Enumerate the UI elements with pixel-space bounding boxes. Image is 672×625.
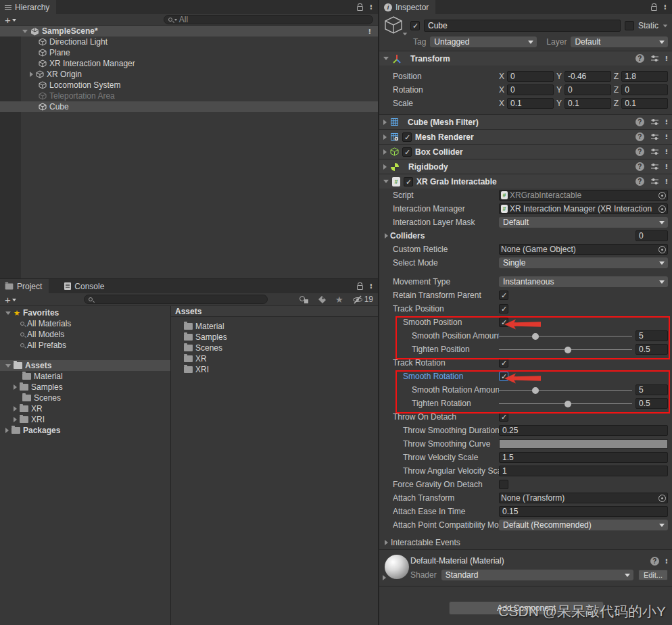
gameobject-icon[interactable] <box>383 15 406 37</box>
attach-transform-object-field[interactable]: None (Transform) <box>499 493 668 503</box>
foldout-closed-icon[interactable] <box>385 540 388 545</box>
foldout-open-icon[interactable] <box>5 311 11 315</box>
tree-folder-material[interactable]: Material <box>0 371 170 382</box>
preset-icon[interactable] <box>650 133 659 141</box>
kebab-menu-icon[interactable]: ⁝ <box>665 133 668 141</box>
static-caret-icon[interactable] <box>663 24 667 27</box>
search-by-type-icon[interactable] <box>299 295 309 304</box>
kebab-menu-icon[interactable]: ⁝ <box>664 3 667 11</box>
static-checkbox[interactable] <box>625 21 634 30</box>
smooth-rotation-checkbox[interactable] <box>499 372 508 381</box>
object-picker-icon[interactable] <box>658 495 666 502</box>
favorites-item-all-materials[interactable]: All Materials <box>0 318 170 329</box>
tighten-rotation-field[interactable]: 0.5 <box>635 398 668 409</box>
tighten-position-slider[interactable] <box>499 344 632 355</box>
track-rotation-checkbox[interactable] <box>499 358 508 368</box>
tab-console[interactable]: Console <box>59 279 111 293</box>
create-asset-button[interactable]: + <box>5 295 16 305</box>
smooth-position-amount-field[interactable]: 5 <box>635 330 668 341</box>
favorites-item-all-prefabs[interactable]: All Prefabs <box>0 340 170 351</box>
component-header-box-collider[interactable]: Box Collider ?⁝ <box>379 144 672 159</box>
transform-header[interactable]: Transform ? ⁝ <box>379 51 672 66</box>
throw-smoothing-curve-field[interactable] <box>499 439 668 449</box>
component-header-rigidbody[interactable]: Rigidbody ?⁝ <box>379 159 672 174</box>
foldout-closed-icon[interactable] <box>5 428 9 433</box>
foldout-closed-icon[interactable] <box>383 149 387 155</box>
asset-item-scenes[interactable]: Scenes <box>171 343 378 353</box>
help-icon[interactable]: ? <box>650 557 659 566</box>
tighten-position-field[interactable]: 0.5 <box>635 344 668 355</box>
kebab-menu-icon[interactable]: ⁝ <box>665 557 668 565</box>
position-y-field[interactable]: -0.46 <box>565 71 611 82</box>
object-picker-icon[interactable] <box>658 246 666 253</box>
throw-on-detach-checkbox[interactable] <box>499 412 508 422</box>
scale-y-field[interactable]: 0.1 <box>565 98 611 109</box>
attach-ease-in-time-field[interactable]: 0.15 <box>499 506 668 517</box>
icon-picker-caret[interactable] <box>403 32 407 35</box>
throw-smoothing-duration-field[interactable]: 0.25 <box>499 425 668 436</box>
favorites-item-all-models[interactable]: All Models <box>0 329 170 340</box>
smooth-rotation-amount-slider[interactable] <box>499 384 632 395</box>
shader-edit-button[interactable]: Edit... <box>638 570 668 580</box>
foldout-closed-icon[interactable] <box>383 120 387 125</box>
throw-angular-velocity-scale-field[interactable]: 1 <box>499 466 668 476</box>
preset-icon[interactable] <box>650 178 659 185</box>
foldout-open-icon[interactable] <box>383 180 389 183</box>
asset-item-xri[interactable]: XRI <box>171 364 378 375</box>
gameobject-name-field[interactable]: Cube <box>424 20 621 32</box>
attach-point-compatibility-dropdown[interactable]: Default (Recommended) <box>499 520 668 530</box>
rotation-y-field[interactable]: 0 <box>565 84 611 95</box>
rotation-z-field[interactable]: 0 <box>621 84 668 95</box>
interactable-events-row[interactable]: Interactable Events <box>379 536 672 549</box>
kebab-menu-icon[interactable]: ⁝ <box>665 118 668 126</box>
component-header-mesh-renderer[interactable]: Mesh Renderer ?⁝ <box>379 129 672 144</box>
preset-icon[interactable] <box>650 163 659 170</box>
track-position-checkbox[interactable] <box>499 304 508 314</box>
object-picker-icon[interactable] <box>658 192 666 199</box>
kebab-menu-icon[interactable]: ⁝ <box>370 282 373 290</box>
help-icon[interactable]: ? <box>635 118 644 126</box>
kebab-menu-icon[interactable]: ⁝ <box>370 3 373 11</box>
colliders-row[interactable]: Colliders 0 <box>379 229 672 243</box>
position-x-field[interactable]: 0 <box>507 71 554 82</box>
smooth-position-amount-slider[interactable] <box>499 330 632 341</box>
foldout-closed-icon[interactable] <box>14 384 17 390</box>
component-header-xr-grab-interactable[interactable]: XR Grab Interactable ?⁝ <box>379 174 672 189</box>
tree-folder-samples[interactable]: Samples <box>0 382 170 393</box>
lock-icon[interactable] <box>357 6 363 11</box>
preset-icon[interactable] <box>650 118 659 126</box>
foldout-closed-icon[interactable] <box>385 233 388 239</box>
smooth-rotation-amount-field[interactable]: 5 <box>635 384 668 395</box>
active-checkbox[interactable] <box>410 21 420 30</box>
preset-icon[interactable] <box>650 55 659 62</box>
tree-folder-xri[interactable]: XRI <box>0 414 170 425</box>
interaction-manager-object-field[interactable]: XR Interaction Manager (XR Interaction <box>499 203 668 214</box>
label-tag-icon[interactable] <box>318 295 327 304</box>
tighten-rotation-slider[interactable] <box>499 398 632 409</box>
help-icon[interactable]: ? <box>635 132 644 141</box>
favorite-star-icon[interactable]: ★ <box>335 295 343 305</box>
project-search-input[interactable] <box>84 295 268 304</box>
tree-packages-row[interactable]: Packages <box>0 425 170 436</box>
foldout-closed-icon[interactable] <box>383 575 386 580</box>
scale-x-field[interactable]: 0.1 <box>507 98 554 109</box>
asset-item-xr[interactable]: XR <box>171 353 378 364</box>
kebab-menu-icon[interactable]: ⁝ <box>665 178 668 185</box>
kebab-menu-icon[interactable]: ⁝ <box>665 163 668 170</box>
smooth-position-checkbox[interactable] <box>499 318 508 327</box>
foldout-closed-icon[interactable] <box>383 134 387 140</box>
hierarchy-search-input[interactable]: All <box>164 15 373 24</box>
scene-row[interactable]: SampleScene* ⁝ <box>0 26 378 36</box>
hierarchy-item-directional-light[interactable]: Directional Light <box>0 36 378 47</box>
lock-icon[interactable] <box>357 285 363 290</box>
colliders-count-field[interactable]: 0 <box>635 230 668 241</box>
throw-velocity-scale-field[interactable]: 1.5 <box>499 452 668 463</box>
help-icon[interactable]: ? <box>635 177 644 186</box>
assets-root-row[interactable]: Assets <box>0 360 170 371</box>
component-enabled-checkbox[interactable] <box>402 147 412 157</box>
tab-inspector[interactable]: i Inspector <box>379 0 435 14</box>
foldout-open-icon[interactable] <box>383 57 389 60</box>
rotation-x-field[interactable]: 0 <box>507 84 554 95</box>
help-icon[interactable]: ? <box>635 162 644 171</box>
kebab-menu-icon[interactable]: ⁝ <box>665 55 668 62</box>
